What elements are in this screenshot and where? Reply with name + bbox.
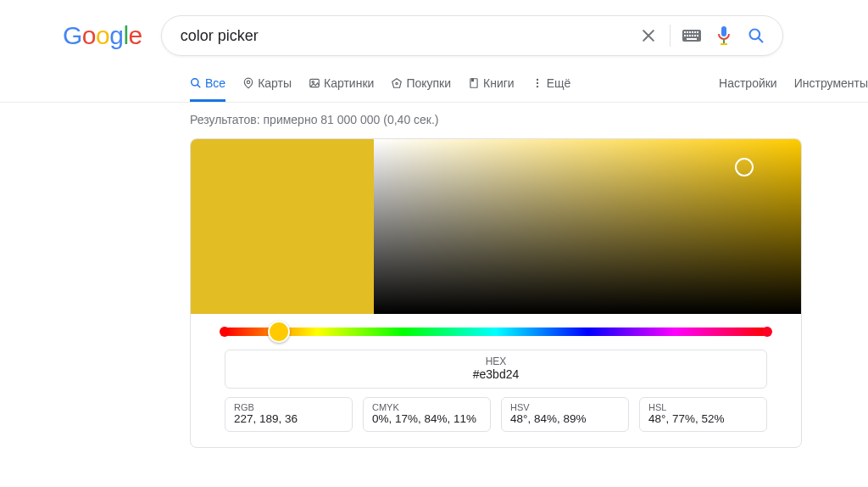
svg-rect-14 [721, 26, 726, 36]
keyboard-icon[interactable] [676, 20, 708, 52]
rgb-value: 227, 189, 36 [234, 412, 343, 425]
hex-value: #e3bd24 [225, 367, 766, 381]
hsl-label: HSL [648, 402, 758, 412]
svg-point-25 [537, 78, 538, 80]
result-count: Результатов: примерно 81 000 000 (0,40 с… [190, 113, 806, 126]
clear-icon[interactable] [632, 20, 665, 52]
hsl-box[interactable]: HSL 48°, 77%, 52% [639, 397, 767, 432]
svg-rect-5 [694, 31, 696, 33]
hsl-value: 48°, 77%, 52% [648, 412, 758, 425]
hue-slider[interactable] [225, 327, 767, 336]
svg-point-19 [247, 81, 250, 84]
svg-rect-10 [692, 35, 693, 36]
tab-label: Картинки [324, 76, 374, 90]
cmyk-value: 0%, 17%, 84%, 11% [372, 412, 481, 425]
svg-rect-9 [689, 35, 691, 36]
tab-maps[interactable]: Карты [242, 66, 292, 102]
tab-shopping[interactable]: Покупки [391, 66, 451, 102]
search-box [161, 15, 783, 56]
svg-rect-4 [692, 31, 693, 33]
values-row: RGB 227, 189, 36 CMYK 0%, 17%, 84%, 11% … [191, 397, 801, 447]
tab-label: Настройки [719, 76, 777, 90]
svg-point-22 [396, 82, 398, 84]
page: Google Все К [0, 0, 868, 487]
saturation-value-area[interactable] [374, 139, 801, 314]
svg-rect-6 [697, 31, 698, 33]
swatch-row [191, 139, 801, 314]
tabs-bar: Все Карты Картинки Покупки Книги Ещё [0, 66, 868, 103]
hex-label: HEX [225, 355, 766, 367]
hex-box[interactable]: HEX #e3bd24 [225, 350, 767, 389]
svg-point-26 [537, 81, 538, 83]
content-area: Результатов: примерно 81 000 000 (0,40 с… [0, 103, 806, 448]
google-logo[interactable]: Google [63, 21, 142, 50]
svg-rect-15 [723, 39, 725, 43]
cmyk-box[interactable]: CMYK 0%, 17%, 84%, 11% [363, 397, 491, 432]
hue-row [191, 314, 801, 350]
hsv-box[interactable]: HSV 48°, 84%, 89% [501, 397, 629, 432]
tab-all[interactable]: Все [190, 66, 225, 102]
svg-rect-7 [684, 35, 686, 36]
tab-more[interactable]: Ещё [531, 66, 571, 102]
svg-point-27 [537, 85, 538, 87]
tab-label: Все [205, 76, 225, 90]
hue-thumb[interactable] [268, 321, 290, 343]
hsv-value: 48°, 84%, 89% [510, 412, 620, 425]
tab-label: Инструменты [794, 76, 868, 90]
svg-point-18 [192, 78, 198, 85]
tab-images[interactable]: Картинки [309, 66, 374, 102]
hex-row: HEX #e3bd24 [191, 350, 801, 397]
color-swatch [191, 139, 374, 314]
cmyk-label: CMYK [372, 402, 481, 412]
svg-rect-12 [697, 35, 698, 36]
svg-point-21 [312, 81, 314, 82]
svg-rect-24 [472, 78, 474, 81]
svg-rect-1 [684, 31, 686, 33]
svg-rect-8 [687, 35, 688, 36]
tab-label: Карты [258, 76, 292, 90]
search-divider [670, 25, 670, 47]
svg-rect-16 [721, 43, 727, 45]
svg-rect-11 [694, 35, 696, 36]
tab-label: Ещё [547, 76, 571, 90]
sv-cursor[interactable] [735, 158, 754, 176]
tab-label: Книги [483, 76, 515, 90]
tab-label: Покупки [406, 76, 451, 90]
rgb-box[interactable]: RGB 227, 189, 36 [225, 397, 353, 432]
tab-tools[interactable]: Инструменты [794, 66, 868, 102]
search-icon[interactable] [740, 20, 772, 52]
mic-icon[interactable] [708, 20, 740, 52]
svg-rect-2 [687, 31, 688, 33]
search-input[interactable] [179, 26, 632, 46]
color-picker-card: HEX #e3bd24 RGB 227, 189, 36 CMYK 0%, 17… [190, 138, 802, 448]
svg-rect-13 [687, 38, 697, 40]
svg-rect-3 [689, 31, 691, 33]
tab-settings[interactable]: Настройки [719, 66, 777, 102]
rgb-label: RGB [234, 402, 343, 412]
hsv-label: HSV [510, 402, 620, 412]
top-bar: Google [0, 0, 868, 66]
tab-books[interactable]: Книги [468, 66, 515, 102]
